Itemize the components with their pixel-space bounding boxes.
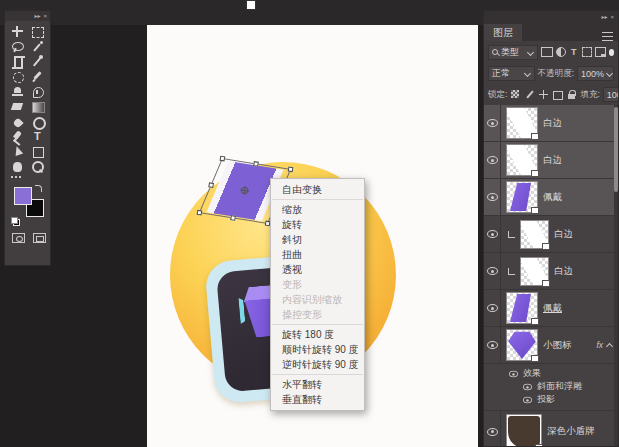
transform-handle-top-center[interactable] — [253, 161, 259, 167]
rectangle-tool[interactable] — [28, 144, 48, 158]
history-brush-tool[interactable] — [28, 84, 48, 98]
gradient-tool[interactable] — [28, 99, 48, 113]
lock-all-icon[interactable] — [566, 89, 577, 100]
visibility-cell[interactable] — [484, 179, 501, 215]
filter-shape-layers-icon[interactable] — [582, 46, 592, 59]
crop-tool[interactable] — [8, 54, 28, 68]
blend-mode-select[interactable]: 正常 — [488, 66, 535, 81]
menu-item-free-transform[interactable]: 自由变换 — [271, 182, 364, 197]
screen-mode-button[interactable] — [33, 233, 46, 243]
move-tool[interactable] — [8, 24, 28, 38]
menu-item-distort[interactable]: 扭曲 — [271, 247, 364, 262]
clone-stamp-tool[interactable] — [8, 84, 28, 98]
lasso-tool[interactable] — [8, 39, 28, 53]
smudge-tool[interactable] — [8, 114, 28, 128]
pen-tool[interactable] — [8, 129, 28, 143]
layer-name[interactable]: 白边 — [543, 154, 562, 167]
brush-tool[interactable] — [28, 69, 48, 83]
path-selection-tool[interactable] — [8, 144, 28, 158]
eyedropper-tool[interactable] — [28, 54, 48, 68]
quick-selection-tool[interactable] — [28, 39, 48, 53]
lock-pixels-icon[interactable] — [524, 89, 535, 100]
menu-item-flip-vertical[interactable]: 垂直翻转 — [271, 392, 364, 407]
filter-adjustment-layers-icon[interactable] — [556, 46, 566, 59]
transform-handle-bottom-center[interactable] — [230, 215, 236, 221]
layer-row[interactable]: 佩戴 — [484, 290, 618, 327]
tab-layers[interactable]: 图层 — [484, 24, 522, 41]
filter-type-layers-icon[interactable]: T — [569, 46, 578, 59]
visibility-cell[interactable] — [484, 142, 501, 178]
layer-thumbnail[interactable] — [520, 220, 549, 249]
menu-item-scale[interactable]: 缩放 — [271, 202, 364, 217]
scrollbar-thumb[interactable] — [614, 107, 618, 192]
opacity-select[interactable]: 100% — [577, 66, 614, 81]
layer-thumbnail[interactable] — [506, 329, 538, 361]
filter-toggle-icon[interactable] — [609, 49, 614, 56]
layer-name[interactable]: 白边 — [554, 228, 573, 241]
layer-thumbnail[interactable] — [506, 144, 538, 176]
eye-icon[interactable] — [523, 396, 532, 402]
effect-row-bevel-emboss[interactable]: 斜面和浮雕 — [484, 380, 618, 393]
lock-position-icon[interactable] — [538, 89, 549, 100]
visibility-cell[interactable] — [484, 253, 501, 289]
layer-row[interactable]: 深色小盾牌 — [484, 411, 618, 446]
swap-colors-icon[interactable] — [35, 185, 42, 192]
visibility-cell[interactable] — [484, 327, 501, 363]
visibility-cell[interactable] — [484, 105, 501, 141]
layer-row[interactable]: 白边 — [484, 216, 618, 253]
default-colors-icon[interactable] — [11, 217, 20, 226]
visibility-cell[interactable] — [484, 216, 501, 252]
layer-row[interactable]: 白边 — [484, 253, 618, 290]
layer-name[interactable]: 白边 — [543, 117, 562, 130]
menu-item-perspective[interactable]: 透视 — [271, 262, 364, 277]
transform-handle-mid-left[interactable] — [208, 182, 214, 188]
layer-row[interactable]: 白边 — [484, 105, 618, 142]
menu-item-rotate[interactable]: 旋转 — [271, 217, 364, 232]
layer-thumbnail[interactable] — [506, 107, 538, 139]
layer-row[interactable]: 小图标 fx — [484, 327, 618, 364]
layer-name[interactable]: 小图标 — [543, 339, 572, 352]
transform-handle-top-left[interactable] — [220, 156, 226, 162]
lock-transparency-icon[interactable] — [510, 89, 521, 100]
menu-item-flip-horizontal[interactable]: 水平翻转 — [271, 377, 364, 392]
panel-menu-icon[interactable] — [602, 32, 613, 41]
transform-handle-bottom-left[interactable] — [197, 210, 203, 216]
layer-thumbnail[interactable] — [506, 414, 542, 447]
collapse-effects-icon[interactable] — [606, 343, 613, 348]
transform-handle-top-right[interactable] — [288, 166, 294, 172]
visibility-cell[interactable] — [484, 290, 501, 326]
dodge-tool[interactable] — [28, 114, 48, 128]
layer-name[interactable]: 深色小盾牌 — [547, 425, 595, 438]
edit-toolbar-ellipsis-icon[interactable] — [11, 176, 23, 179]
layer-thumbnail[interactable] — [520, 257, 549, 286]
layer-filter-type-select[interactable]: 类型 — [488, 45, 538, 60]
menu-item-rotate-90-cw[interactable]: 顺时针旋转 90 度 — [271, 342, 364, 357]
fill-select[interactable]: 100% — [603, 87, 619, 102]
layer-thumbnail[interactable] — [506, 292, 538, 324]
menu-item-rotate-90-ccw[interactable]: 逆时针旋转 90 度 — [271, 357, 364, 372]
spot-healing-brush-tool[interactable] — [8, 69, 28, 83]
close-panel-icon[interactable]: × — [610, 14, 614, 20]
layer-name[interactable]: 白边 — [554, 265, 573, 278]
eye-icon[interactable] — [523, 383, 532, 389]
hand-tool[interactable] — [8, 159, 28, 173]
collapse-panel-icon[interactable]: ▸▸ — [34, 13, 40, 19]
layers-scrollbar[interactable] — [614, 105, 618, 446]
layer-row[interactable]: 白边 — [484, 142, 618, 179]
filter-pixel-layers-icon[interactable] — [541, 46, 553, 59]
collapse-panel-icon[interactable]: ▸▸ — [601, 14, 607, 20]
quick-mask-button[interactable] — [12, 233, 25, 243]
filter-smart-objects-icon[interactable] — [595, 46, 606, 59]
eraser-tool[interactable] — [8, 99, 28, 113]
type-tool[interactable]: T — [28, 129, 48, 143]
rectangular-marquee-tool[interactable] — [28, 24, 48, 38]
visibility-cell[interactable] — [484, 411, 501, 446]
layer-name[interactable]: 佩戴 — [543, 302, 562, 315]
layer-name[interactable]: 佩戴 — [543, 191, 562, 204]
effects-header-row[interactable]: 效果 — [484, 367, 618, 380]
layer-row[interactable]: 佩戴 — [484, 179, 618, 216]
close-panel-icon[interactable]: × — [43, 13, 47, 19]
effect-row-drop-shadow[interactable]: 投影 — [484, 393, 618, 406]
layer-thumbnail[interactable] — [506, 181, 538, 213]
lock-artboard-icon[interactable] — [552, 89, 563, 100]
